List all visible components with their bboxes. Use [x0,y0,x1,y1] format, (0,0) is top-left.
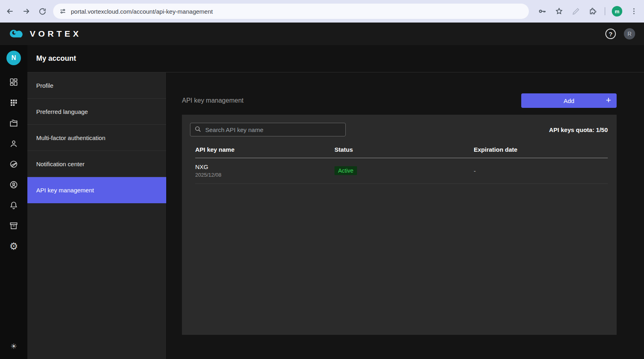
url-text: portal.vortexcloud.com/account/api-key-m… [71,8,213,15]
page-title: My account [27,45,644,72]
passwords-key-icon[interactable] [537,6,547,17]
settings-gear-icon[interactable]: ⚙ [4,236,23,256]
back-icon[interactable] [5,6,15,17]
add-button[interactable]: Add + [521,93,617,108]
expiration-cell: - [474,167,608,174]
network-sphere-icon[interactable] [4,154,23,174]
app-top-bar: VORTEX ? R [0,23,644,45]
vortex-cloud-icon [9,27,25,40]
api-keys-table: API key name Status Expiration date NXG … [195,136,608,184]
projects-folder-icon[interactable] [4,113,23,133]
key-created-date: 2025/12/08 [195,172,334,178]
add-button-label: Add [564,97,574,104]
header-expiration-date: Expiration date [474,146,608,153]
bookmark-star-icon[interactable] [554,6,564,17]
key-name: NXG [195,163,334,170]
nav-rail: N ⚙ ☀ [0,45,27,359]
toolbar-divider [605,7,605,15]
account-sidebar: Profile Preferred language Multi-factor … [27,72,167,359]
dashboard-icon[interactable] [4,72,23,92]
notifications-bell-icon[interactable] [4,195,23,215]
apps-grid-icon[interactable] [4,92,23,113]
plus-icon: + [606,95,611,105]
browser-menu-icon[interactable] [629,6,639,17]
card-toolbar: API keys quota: 1/50 [182,115,617,136]
url-bar[interactable]: portal.vortexcloud.com/account/api-key-m… [53,4,529,19]
user-avatar[interactable]: R [624,28,635,39]
brand-name: VORTEX [30,29,81,39]
browser-actions: m [537,6,639,17]
api-keys-card: API keys quota: 1/50 API key name Status… [182,115,617,335]
app-bar-actions: ? R [605,28,635,39]
pen-icon[interactable] [571,6,581,17]
search-box[interactable] [190,123,346,136]
content-row: Profile Preferred language Multi-factor … [27,72,644,359]
sidebar-item-api-key-management[interactable]: API key management [27,177,166,203]
reload-icon[interactable] [37,6,47,17]
sidebar-item-mfa[interactable]: Multi-factor authentication [27,125,166,151]
page-column: My account Profile Preferred language Mu… [27,45,644,359]
status-badge: Active [334,166,357,175]
main-content: API key management Add + API keys quota: [167,72,644,359]
quota-label: API keys quota: 1/50 [549,126,608,133]
sidebar-item-preferred-language[interactable]: Preferred language [27,99,166,125]
sidebar-item-profile[interactable]: Profile [27,72,166,99]
forward-icon[interactable] [21,6,31,17]
key-name-cell: NXG 2025/12/08 [195,163,334,178]
app-body: N ⚙ ☀ My account [0,45,644,359]
sidebar-item-notification-center[interactable]: Notification center [27,151,166,177]
browser-profile-avatar[interactable]: m [612,6,622,17]
site-settings-icon[interactable] [59,7,67,15]
table-header-row: API key name Status Expiration date [195,136,608,158]
browser-chrome: portal.vortexcloud.com/account/api-key-m… [0,0,644,23]
help-icon[interactable]: ? [605,29,616,39]
account-icon[interactable] [4,174,23,195]
extensions-icon[interactable] [588,6,598,17]
status-cell: Active [334,166,474,175]
rail-footer: ☀ [0,342,27,351]
table-row: NXG 2025/12/08 Active - [195,158,608,184]
tenant-avatar[interactable]: N [6,51,21,65]
brand-logo: VORTEX [9,27,81,40]
archive-icon[interactable] [4,215,23,236]
search-input[interactable] [204,126,341,134]
section-title: API key management [182,97,244,104]
theme-toggle-icon[interactable]: ☀ [10,342,17,351]
header-api-key-name: API key name [195,146,334,153]
users-icon[interactable] [4,133,23,154]
search-icon [194,126,201,134]
header-status: Status [334,146,474,153]
